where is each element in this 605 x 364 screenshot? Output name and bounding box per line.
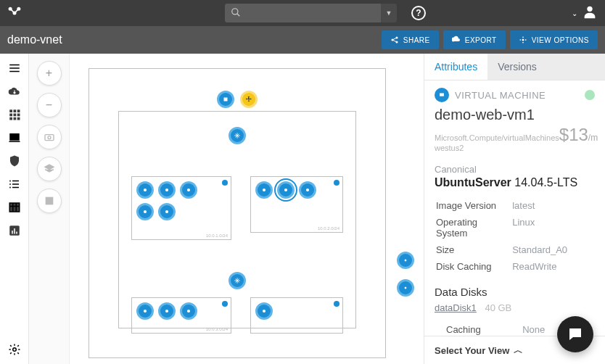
search-dropdown-toggle[interactable]: ▼ [381,4,397,22]
diagram-vm-node[interactable] [255,181,273,199]
nav-laptop-icon[interactable] [7,131,22,145]
disk-name-link[interactable]: dataDisk1 [435,302,477,313]
tab-attributes[interactable]: Attributes [424,54,487,80]
diagram-vm-node[interactable] [180,302,197,320]
svg-point-38 [165,210,168,213]
diagram-group[interactable]: 10.0.2.0/24 [250,176,343,233]
svg-point-39 [263,189,266,191]
diagram-vm-node[interactable] [136,181,154,199]
svg-rect-29 [45,135,54,141]
svg-point-21 [9,183,10,185]
nav-chart-icon[interactable] [7,223,22,238]
resource-region: westus2 [435,144,559,152]
svg-point-45 [263,310,266,313]
nav-shield-icon[interactable] [7,154,22,168]
attr-value: ReadWrite [512,259,593,274]
svg-rect-46 [440,94,444,96]
chevron-down-icon: ⌄ [572,9,577,17]
attr-key: Size [436,242,511,257]
svg-rect-11 [13,109,16,112]
diagram-vm-node[interactable] [158,181,176,199]
chevron-up-icon: ︿ [514,344,523,357]
attr-key: Disk Caching [436,259,511,274]
nav-grid-icon[interactable] [7,107,22,122]
nav-table-icon[interactable] [7,200,22,215]
diagram-group[interactable]: 10.0.1.0/24 [131,176,231,240]
diagram-hub-node[interactable] [229,272,246,289]
svg-rect-10 [9,109,12,112]
nav-cloud-icon[interactable] [7,84,22,99]
svg-point-5 [587,7,592,12]
chat-launcher[interactable] [557,316,593,352]
svg-rect-14 [13,114,16,117]
nav-settings-icon[interactable] [7,342,22,357]
data-disks-header: Data Disks [435,286,595,298]
attr-key: Image Version [436,198,511,213]
diagram-vm-node[interactable] [158,302,176,320]
svg-point-20 [9,180,10,181]
svg-point-40 [284,189,287,191]
resource-type-label: VIRTUAL MACHINE [455,90,546,101]
zoom-out-button[interactable]: − [37,93,62,117]
svg-rect-15 [17,114,20,117]
app-logo[interactable] [7,6,22,20]
view-options-button[interactable]: VIEW OPTIONS [510,30,598,49]
svg-point-43 [165,310,168,313]
svg-point-42 [144,310,147,313]
search-icon [231,7,241,20]
resource-path: Microsoft.Compute/virtualMachines [435,133,559,142]
diagram-vm-node[interactable] [136,203,154,220]
status-indicator [585,90,595,100]
svg-point-3 [232,8,238,14]
tool-focus-button[interactable] [37,189,62,213]
zoom-in-button[interactable]: + [37,61,62,86]
svg-rect-33 [224,98,228,102]
search-input[interactable] [225,4,381,22]
diagram-vm-node[interactable] [136,302,154,320]
corner-indicator [334,301,339,307]
tab-versions[interactable]: Versions [487,54,605,80]
user-icon [582,4,598,22]
diagram-move-node[interactable] [240,91,258,108]
svg-rect-17 [13,117,16,120]
resource-type-icon [435,88,449,102]
resource-name: demo-web-vm1 [435,107,595,123]
svg-rect-12 [17,109,20,112]
attr-value: Standard_A0 [512,242,593,257]
diagram-vm-node[interactable] [299,181,316,199]
diagram-lb-node[interactable] [397,279,414,297]
svg-point-30 [48,136,51,139]
share-button[interactable]: SHARE [382,30,439,49]
sku-value: 14.04.5-LTS [514,176,577,189]
help-icon[interactable]: ? [411,6,426,20]
diagram-lb-node[interactable] [397,252,414,269]
svg-rect-23 [9,203,20,212]
tool-layers-button[interactable] [37,157,62,181]
svg-point-28 [12,348,16,352]
diagram-vm-node[interactable] [158,203,176,220]
svg-point-36 [187,189,190,191]
attr-value: Linux [512,215,593,241]
svg-point-44 [187,310,190,313]
user-menu[interactable]: ⌄ [572,4,598,22]
diagram-vm-node[interactable] [180,181,197,199]
tool-camera-button[interactable] [37,125,62,149]
svg-point-22 [9,186,10,188]
diagram-node[interactable] [217,91,234,108]
svg-rect-26 [14,228,15,234]
diagram-hub-node[interactable] [229,127,246,144]
offer-value: UbuntuServer [435,176,511,189]
export-button[interactable]: EXPORT [443,30,506,49]
diagram-vm-node[interactable] [255,302,273,320]
svg-rect-13 [9,114,12,117]
diagram-group[interactable]: 10.0.3.0/24 [131,297,231,334]
nav-menu-icon[interactable] [7,61,22,75]
nav-list-icon[interactable] [7,177,22,191]
svg-rect-18 [17,117,20,120]
svg-point-34 [144,189,147,191]
diagram-group[interactable] [250,297,343,334]
svg-point-37 [144,210,147,213]
diagram-canvas[interactable]: 10.0.1.0/24 10.0.2.0/24 10 [70,54,424,364]
svg-rect-25 [12,231,13,234]
diagram-vm-node-selected[interactable] [277,181,295,199]
